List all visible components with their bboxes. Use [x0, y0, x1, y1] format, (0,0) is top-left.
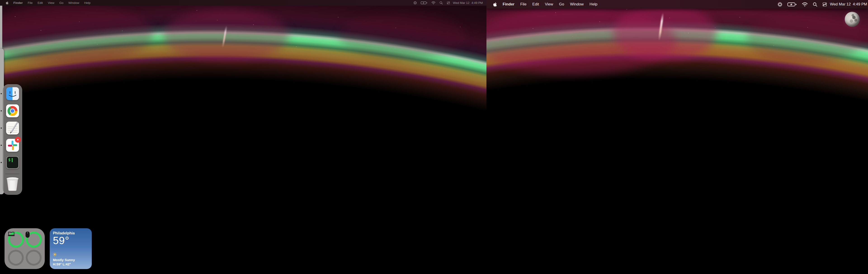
menu-window[interactable]: Window [68, 1, 79, 4]
slack-notification-badge [15, 137, 21, 143]
terminal-cursor [12, 158, 13, 162]
dock: $ [3, 84, 22, 195]
wifi-icon[interactable] [431, 1, 436, 4]
search-icon[interactable] [813, 2, 817, 7]
menu-help[interactable]: Help [84, 1, 91, 4]
battery-ring-laptop [7, 231, 24, 248]
control-center-icon[interactable] [447, 1, 450, 4]
mouse-icon [25, 231, 42, 248]
menu-edit[interactable]: Edit [532, 2, 539, 6]
menu-app-name[interactable]: Finder [13, 1, 23, 4]
dock-item-notes[interactable] [6, 121, 19, 135]
menu-app-name[interactable]: Finder [503, 2, 515, 6]
spinner-gear-icon[interactable] [413, 1, 417, 4]
battery-ring-empty [25, 249, 42, 266]
dock-item-chrome[interactable] [6, 104, 19, 117]
finder-icon [6, 87, 19, 100]
desktop: Finder File Edit View Go Window Help Wed… [0, 0, 868, 274]
battery-charging-icon[interactable] [421, 1, 428, 4]
menu-bar-clock[interactable]: Wed Mar 124:49 PM [453, 1, 483, 4]
laptop-icon [7, 231, 24, 248]
dock-item-terminal[interactable]: $ [6, 156, 19, 169]
menu-bar-right: Finder File Edit View Go Window Help Wed… [487, 0, 868, 9]
menu-window[interactable]: Window [570, 2, 584, 6]
battery-charging-icon[interactable] [787, 2, 797, 7]
menu-bar-left: Finder File Edit View Go Window Help Wed… [0, 0, 487, 6]
moon [845, 12, 860, 27]
battery-ring-empty [7, 249, 24, 266]
search-icon[interactable] [439, 1, 443, 4]
menu-bar-clock[interactable]: Wed Mar 124:49 PM [830, 2, 867, 6]
menu-edit[interactable]: Edit [37, 1, 43, 4]
weather-temperature: 59° [53, 235, 89, 246]
display-right: Finder File Edit View Go Window Help Wed… [487, 0, 868, 274]
battery-ring-mouse [25, 231, 42, 248]
aurora-red-glow [613, 4, 717, 61]
dock-item-finder[interactable] [6, 87, 19, 100]
menu-file[interactable]: File [520, 2, 526, 6]
dock-item-slack[interactable] [6, 139, 19, 152]
menu-view[interactable]: View [48, 1, 55, 4]
dock-item-trash[interactable] [6, 177, 19, 191]
aurora-red-glow [163, 9, 289, 61]
menu-help[interactable]: Help [590, 2, 597, 6]
menu-view[interactable]: View [545, 2, 553, 6]
display-left: Finder File Edit View Go Window Help Wed… [0, 0, 487, 274]
weather-widget[interactable]: Philadelphia 59° Mostly Sunny H:59° L:42… [50, 228, 92, 269]
menu-go[interactable]: Go [559, 2, 564, 6]
batteries-widget[interactable] [4, 228, 45, 269]
menu-file[interactable]: File [28, 1, 33, 4]
weather-condition: Mostly Sunny [53, 258, 89, 262]
apple-menu[interactable] [493, 2, 497, 7]
menu-go[interactable]: Go [59, 1, 64, 4]
terminal-icon: $ [6, 156, 19, 169]
aurora-red-glow [339, 13, 466, 59]
chrome-icon [6, 104, 19, 117]
trash-icon [7, 179, 18, 191]
control-center-icon[interactable] [822, 2, 827, 7]
dock-divider [5, 174, 20, 174]
spinner-gear-icon[interactable] [778, 2, 782, 7]
dock-running-indicators [1, 84, 2, 195]
wifi-icon[interactable] [802, 2, 808, 7]
apple-menu[interactable] [6, 1, 8, 4]
sun-icon [53, 252, 89, 257]
weather-high-low: H:59° L:42° [53, 262, 89, 266]
notes-icon [6, 121, 19, 135]
